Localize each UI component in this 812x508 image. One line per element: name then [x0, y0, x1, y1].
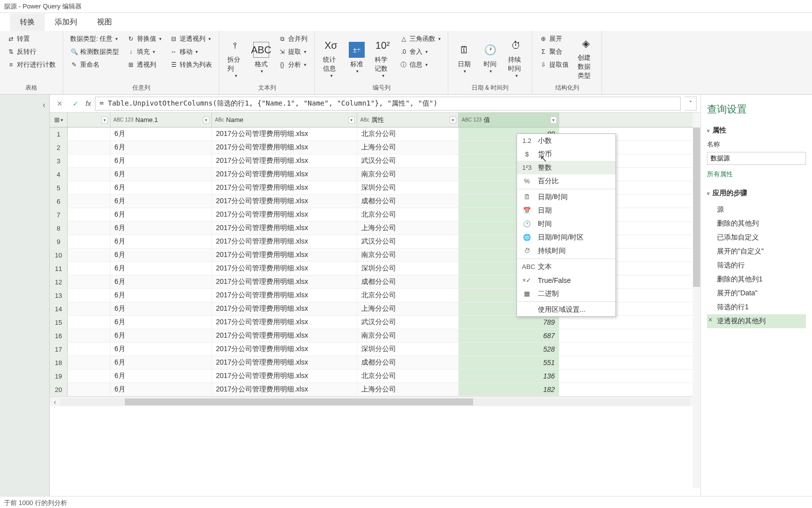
applied-step[interactable]: 删除的其他列1: [707, 272, 806, 286]
filter-icon[interactable]: ▾: [450, 117, 456, 124]
table-row[interactable]: 186月2017分公司管理费用明细.xlsx成都分公司551: [50, 356, 701, 370]
tab-view[interactable]: 视图: [87, 13, 122, 31]
caret-down-icon[interactable]: ▿: [707, 191, 710, 196]
cell: 南京分公司: [357, 249, 459, 261]
type-duration[interactable]: ⏱持续时间: [517, 244, 615, 257]
section-properties: 属性: [712, 126, 726, 135]
unpivot-button[interactable]: ⊟逆透视列▾: [167, 33, 215, 45]
date-button[interactable]: 🗓日期▾: [452, 33, 476, 83]
split-icon: ⫯: [227, 37, 243, 53]
table-row[interactable]: 156月2017分公司管理费用明细.xlsx武汉分公司789: [50, 316, 701, 329]
standard-button[interactable]: ±÷标准▾: [345, 33, 369, 83]
type-text-icon: ABc: [360, 117, 369, 123]
tab-addcolumn[interactable]: 添加列: [45, 13, 87, 31]
vertical-scrollbar[interactable]: [693, 113, 701, 488]
duration-button[interactable]: ⏱持续时间▾: [504, 33, 528, 83]
applied-step[interactable]: 筛选的行: [707, 258, 806, 272]
extractval-button[interactable]: ⇩提取值: [536, 59, 572, 71]
filter-icon[interactable]: ▾: [203, 117, 209, 124]
round-button[interactable]: .0舍入▾: [397, 46, 444, 58]
detect-type-button[interactable]: 🔍检测数据类型: [67, 46, 122, 58]
type-locale[interactable]: 使用区域设置...: [517, 303, 615, 316]
filter-icon[interactable]: ▾: [348, 117, 355, 124]
cell: 武汉分公司: [357, 316, 459, 329]
time-button[interactable]: 🕐时间▾: [478, 33, 502, 83]
type-time[interactable]: 🕐时间: [517, 217, 615, 231]
horizontal-scrollbar[interactable]: ‹ ›: [50, 396, 701, 406]
layers-icon: ◈: [578, 35, 594, 51]
cell: 2017分公司管理费用明细.xlsx: [212, 222, 357, 235]
applied-step[interactable]: ✕逆透视的其他列: [707, 314, 806, 328]
cell: 北京分公司: [357, 370, 459, 382]
column-header-attr[interactable]: ABc属性▾: [357, 113, 459, 127]
applied-step[interactable]: 展开的"自定义": [707, 245, 806, 258]
type-dtz[interactable]: 🌐日期/时间/时区: [517, 231, 615, 244]
applied-step[interactable]: 筛选的行1: [707, 300, 806, 314]
type-datetime[interactable]: 🗓日期/时间: [517, 190, 615, 204]
aggregate-button[interactable]: Σ聚合: [536, 46, 572, 58]
table-row[interactable]: 206月2017分公司管理费用明细.xlsx上海分公司182: [50, 383, 701, 396]
table-icon-header[interactable]: ⊞▾: [50, 113, 68, 127]
time-icon: 🕐: [522, 220, 532, 228]
formula-dropdown[interactable]: ˅: [685, 97, 697, 111]
formula-apply-button[interactable]: ✓: [70, 98, 82, 110]
transpose-button[interactable]: ⇄转置: [4, 33, 59, 45]
type-integer[interactable]: 1²3整数: [517, 161, 615, 174]
reverse-rows-button[interactable]: ⇅反转行: [4, 46, 59, 58]
row-index: 17: [50, 343, 68, 356]
pivot-button[interactable]: ⊞透视列: [124, 59, 165, 71]
queries-pane-collapsed[interactable]: ‹: [0, 95, 50, 498]
applied-step[interactable]: 已添加自定义: [707, 231, 806, 245]
table-row[interactable]: 176月2017分公司管理费用明细.xlsx深圳分公司528: [50, 343, 701, 356]
scroll-left-icon[interactable]: ‹: [54, 398, 56, 406]
type-binary[interactable]: ▦二进制: [517, 287, 615, 300]
table-row[interactable]: 196月2017分公司管理费用明细.xlsx北京分公司136: [50, 370, 701, 383]
info-button[interactable]: ⓘ信息▾: [397, 59, 444, 71]
type-bool[interactable]: ×✓True/False: [517, 273, 615, 287]
formula-input[interactable]: = Table.UnpivotOtherColumns(筛选的行1, {"Nam…: [95, 97, 681, 111]
type-text[interactable]: ABC文本: [517, 260, 615, 273]
parse-button[interactable]: {}分析▾: [275, 59, 310, 71]
scientific-button[interactable]: 10²科学记数▾: [371, 33, 395, 83]
filter-icon[interactable]: ▾: [550, 117, 557, 124]
type-currency[interactable]: $货币: [517, 147, 615, 161]
column-header-blank[interactable]: ▾: [68, 113, 110, 127]
expand-button[interactable]: ⊕展开: [536, 33, 572, 45]
split-column-button[interactable]: ⫯拆分列▾: [223, 33, 247, 83]
column-header-value[interactable]: ABC 123值▾: [459, 113, 559, 127]
all-properties-link[interactable]: 所有属性: [707, 170, 806, 179]
count-rows-button[interactable]: ≡对行进行计数: [4, 59, 59, 71]
table-row[interactable]: 166月2017分公司管理费用明细.xlsx南京分公司687: [50, 329, 701, 343]
stats-button[interactable]: Χσ统计信息▾: [319, 33, 343, 83]
caret-down-icon[interactable]: ▿: [707, 128, 710, 133]
row-index: 19: [50, 370, 68, 382]
applied-step[interactable]: 源: [707, 203, 806, 217]
cell: 6月: [110, 316, 212, 329]
datatype-button[interactable]: 数据类型: 任意▾: [67, 33, 122, 45]
createtype-button[interactable]: ◈创建数据类型: [574, 33, 598, 83]
move-button[interactable]: ↔移动▾: [167, 46, 215, 58]
tab-transform[interactable]: 转换: [10, 13, 45, 31]
format-icon: ABC: [253, 42, 269, 58]
query-name-input[interactable]: [707, 152, 806, 165]
type-percent[interactable]: %百分比: [517, 174, 615, 188]
filter-icon[interactable]: ▾: [102, 117, 108, 124]
replace-button[interactable]: ↻替换值▾: [124, 33, 165, 45]
trig-button[interactable]: △三角函数▾: [397, 33, 444, 45]
format-button[interactable]: ABC格式▾: [249, 33, 273, 83]
merge-cols-button[interactable]: ⧉合并列: [275, 33, 310, 45]
formula-cancel-button[interactable]: ✕: [54, 98, 66, 110]
extract-button[interactable]: ⇲提取▾: [275, 46, 310, 58]
column-header-name[interactable]: ABcName▾: [212, 113, 357, 127]
cell: 6月: [110, 127, 212, 140]
type-date[interactable]: 📅日期: [517, 204, 615, 217]
rename-button[interactable]: ✎重命名: [67, 59, 122, 71]
type-any-icon[interactable]: ABC 123: [462, 117, 482, 123]
delete-step-icon[interactable]: ✕: [708, 317, 712, 323]
tolist-button[interactable]: ☰转换为列表: [167, 59, 215, 71]
column-header-name1[interactable]: ABC 123Name.1▾: [110, 113, 212, 127]
applied-step[interactable]: 删除的其他列: [707, 217, 806, 231]
fill-button[interactable]: ↓填充▾: [124, 46, 165, 58]
applied-step[interactable]: 展开的"Data": [707, 286, 806, 300]
type-decimal[interactable]: 1.2小数: [517, 134, 615, 147]
